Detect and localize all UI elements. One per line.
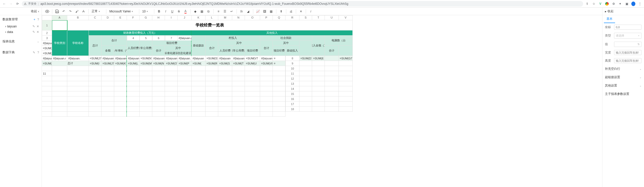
cell[interactable]: [89, 86, 101, 91]
row-header[interactable]: 2: [42, 30, 52, 36]
cell[interactable]: [52, 20, 67, 30]
bold-icon[interactable]: B: [156, 9, 162, 14]
cell[interactable]: [114, 112, 127, 117]
cell[interactable]: [312, 81, 325, 86]
cell[interactable]: #{laiyuan.: [67, 56, 89, 61]
qr-icon[interactable]: ▦: [268, 9, 274, 14]
preview-icon[interactable]: [44, 9, 50, 14]
cell[interactable]: [52, 71, 67, 76]
cell[interactable]: [89, 76, 101, 81]
cell[interactable]: [114, 66, 127, 71]
cell[interactable]: [273, 101, 285, 107]
cell[interactable]: [127, 71, 140, 76]
cell[interactable]: 合计: [206, 41, 218, 56]
gear-ext-icon[interactable]: ⚙: [612, 2, 616, 6]
cell[interactable]: [273, 76, 285, 81]
cell[interactable]: [152, 91, 165, 96]
cell[interactable]: 金额: [101, 46, 114, 56]
cell[interactable]: [52, 86, 67, 91]
cell[interactable]: [273, 91, 285, 96]
cell[interactable]: 其他投入: [192, 30, 353, 36]
cell[interactable]: [67, 76, 89, 81]
cell[interactable]: [273, 66, 285, 71]
coord-input[interactable]: [614, 25, 641, 30]
puzzle-icon[interactable]: ▣: [625, 2, 629, 6]
expand-icon[interactable]: ›: [5, 30, 6, 34]
cell[interactable]: #{laiyuan: [218, 56, 232, 61]
cell[interactable]: =SUM(K7): [114, 61, 127, 66]
cell[interactable]: [101, 112, 114, 117]
cell[interactable]: [165, 91, 178, 96]
cell[interactable]: [218, 76, 232, 81]
cell[interactable]: [101, 81, 114, 86]
cell[interactable]: 人员经费: [218, 46, 232, 56]
cell[interactable]: [140, 91, 152, 96]
avatar-icon[interactable]: [631, 2, 635, 6]
column-header[interactable]: B: [67, 15, 89, 20]
cell[interactable]: [232, 91, 245, 96]
cell[interactable]: =SUM(E7,I7): [42, 46, 52, 51]
cell[interactable]: 财政教育经费投入（万元）: [89, 30, 192, 36]
cell[interactable]: [325, 61, 339, 66]
cell[interactable]: 日常公用费用: [232, 46, 245, 56]
cell[interactable]: #{laiyuan.gr: [178, 36, 192, 41]
row-header[interactable]: 18: [285, 107, 299, 112]
cell[interactable]: [152, 112, 165, 117]
cell[interactable]: [325, 101, 339, 107]
spreadsheet[interactable]: ABCDEFGHIJKLMNOPQRSTUV1学校经费一览表2学校类别学校名称财…: [42, 15, 602, 187]
app-ext-icon[interactable]: ✦: [618, 2, 622, 6]
save-icon[interactable]: [54, 9, 60, 14]
cell[interactable]: =SUM(S7,: [206, 56, 218, 61]
cell[interactable]: [245, 101, 260, 107]
cell[interactable]: [178, 81, 192, 86]
cell[interactable]: [165, 96, 178, 101]
cell[interactable]: =SUM(I: [89, 61, 101, 66]
cell[interactable]: [260, 107, 273, 112]
cell[interactable]: [312, 107, 325, 112]
cell[interactable]: =SUM(M7: [140, 61, 152, 66]
cell[interactable]: [325, 56, 339, 61]
cell[interactable]: [165, 107, 178, 112]
cell[interactable]: [114, 101, 127, 107]
wrap-icon[interactable]: ↵: [229, 9, 234, 14]
cell[interactable]: [339, 86, 353, 91]
cell[interactable]: [152, 96, 165, 101]
border-icon[interactable]: ▦: [199, 9, 205, 14]
row-header[interactable]: 4: [127, 36, 140, 41]
cell[interactable]: [127, 96, 140, 101]
cell[interactable]: 比上年增长（%）: [114, 46, 127, 56]
tree-item-data[interactable]: ›data ✎✕: [0, 29, 42, 35]
cell[interactable]: [206, 112, 218, 117]
cell[interactable]: #{laiyuan.bi: [101, 56, 114, 61]
cell[interactable]: [165, 81, 178, 86]
cell[interactable]: [325, 66, 339, 71]
cell[interactable]: [260, 91, 273, 96]
cell[interactable]: 学校名称: [67, 30, 89, 56]
cell[interactable]: [245, 81, 260, 86]
cell[interactable]: [218, 96, 232, 101]
cell[interactable]: [192, 76, 206, 81]
cell[interactable]: [245, 66, 260, 71]
cell[interactable]: [192, 91, 206, 96]
cell[interactable]: [165, 101, 178, 107]
cell[interactable]: [89, 66, 101, 71]
cell[interactable]: #{laiyuan: [232, 56, 245, 61]
cell[interactable]: =SUM(E: [312, 56, 325, 61]
cell[interactable]: [312, 66, 325, 71]
cell[interactable]: [127, 107, 140, 112]
strike-icon[interactable]: S: [176, 9, 182, 14]
cell[interactable]: [67, 71, 89, 76]
column-header[interactable]: R: [285, 15, 299, 20]
cell[interactable]: [339, 71, 353, 76]
row-header[interactable]: 1: [42, 20, 52, 30]
cell[interactable]: [140, 86, 152, 91]
fill-blank-section[interactable]: 补充空白行⌄: [602, 65, 644, 73]
cell[interactable]: [114, 86, 127, 91]
cell[interactable]: [218, 112, 232, 117]
left-collapse[interactable]: 收起 ‹: [0, 8, 42, 15]
row-header[interactable]: 5: [140, 36, 152, 41]
cell[interactable]: [101, 91, 114, 96]
cell[interactable]: =: [273, 56, 285, 61]
cell[interactable]: [89, 96, 101, 101]
image-icon[interactable]: 🖼: [262, 9, 267, 14]
